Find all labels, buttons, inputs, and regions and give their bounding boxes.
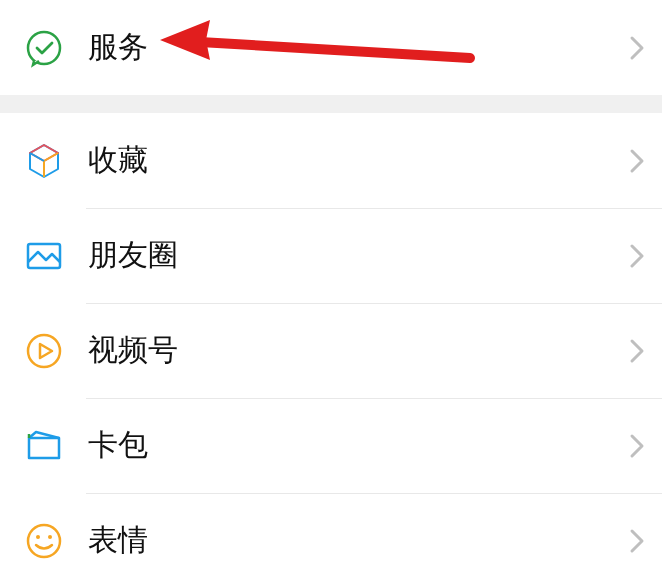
svg-point-0 bbox=[28, 32, 60, 64]
chevron-right-icon bbox=[628, 432, 646, 460]
row-label: 表情 bbox=[88, 520, 628, 561]
svg-point-4 bbox=[36, 535, 40, 539]
svg-point-5 bbox=[48, 535, 52, 539]
row-favorites[interactable]: 收藏 bbox=[0, 113, 662, 208]
row-channels[interactable]: 视频号 bbox=[0, 303, 662, 398]
row-label: 视频号 bbox=[88, 330, 628, 371]
row-cards[interactable]: 卡包 bbox=[0, 398, 662, 493]
cube-icon bbox=[22, 139, 66, 183]
row-label: 卡包 bbox=[88, 425, 628, 466]
settings-group-1: 服务 bbox=[0, 0, 662, 95]
svg-point-3 bbox=[28, 525, 60, 557]
chevron-right-icon bbox=[628, 147, 646, 175]
chevron-right-icon bbox=[628, 34, 646, 62]
row-label: 服务 bbox=[88, 27, 628, 68]
smiley-icon bbox=[22, 519, 66, 563]
settings-group-2: 收藏 朋友圈 视频号 bbox=[0, 113, 662, 569]
picture-icon bbox=[22, 234, 66, 278]
checkmark-bubble-icon bbox=[22, 26, 66, 70]
row-services[interactable]: 服务 bbox=[0, 0, 662, 95]
section-gap bbox=[0, 95, 662, 113]
row-label: 朋友圈 bbox=[88, 235, 628, 276]
svg-point-2 bbox=[28, 335, 60, 367]
play-circle-icon bbox=[22, 329, 66, 373]
chevron-right-icon bbox=[628, 337, 646, 365]
chevron-right-icon bbox=[628, 527, 646, 555]
card-folder-icon bbox=[22, 424, 66, 468]
chevron-right-icon bbox=[628, 242, 646, 270]
row-stickers[interactable]: 表情 bbox=[0, 493, 662, 569]
row-label: 收藏 bbox=[88, 140, 628, 181]
row-moments[interactable]: 朋友圈 bbox=[0, 208, 662, 303]
